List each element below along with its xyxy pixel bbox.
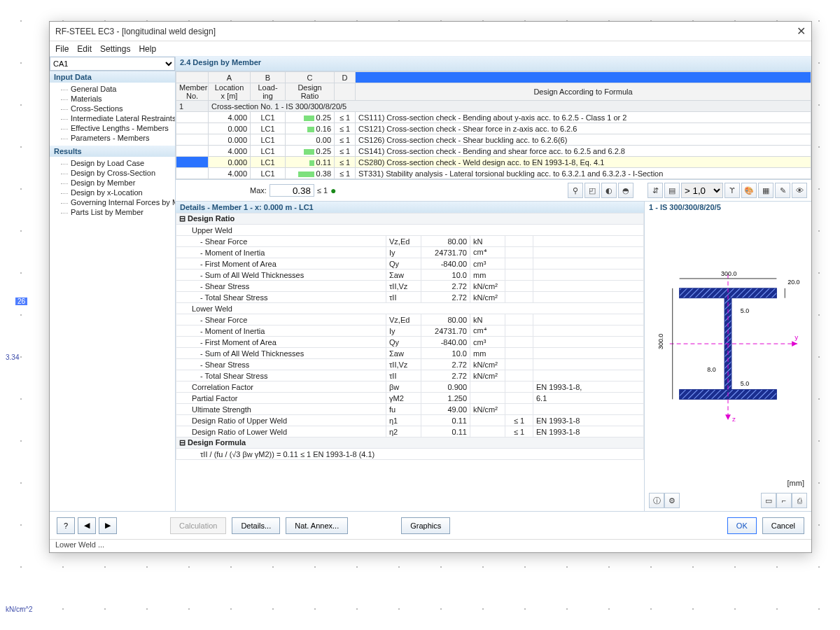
details-row: - Sum of All Weld ThicknessesΣaw10.0mm	[176, 348, 644, 359]
table-row[interactable]: 0.000LC1 0.16≤ 1CS121) Cross-section che…	[176, 123, 811, 134]
tool-bars[interactable]: ▤	[664, 183, 680, 198]
details-row: - Total Shear StressτII2.72kN/cm²	[176, 292, 644, 303]
tool-filter-4[interactable]: ◓	[618, 183, 634, 198]
window-title: RF-STEEL EC3 - [longitudinal weld design…	[55, 27, 216, 36]
ok-button[interactable]: OK	[727, 517, 757, 534]
tool-sort[interactable]: ⇵	[648, 183, 663, 198]
table-row[interactable]: 4.000LC1 0.25≤ 1CS111) Cross-section che…	[176, 112, 811, 123]
tree-item[interactable]: Design by Load Case	[61, 158, 175, 168]
section-member-no: 1	[176, 101, 209, 112]
svg-text:y: y	[794, 333, 798, 341]
tree-item[interactable]: Materials	[61, 94, 175, 104]
cross-section-svg: y z 300.0 20.0 300.0 5.0 8.0 5.0	[652, 214, 804, 487]
details-row: Ultimate Strengthfu49.00kN/cm²	[176, 404, 644, 415]
tree-item[interactable]: Cross-Sections	[61, 104, 175, 113]
tool-pick[interactable]: ✎	[775, 183, 790, 198]
tree-item[interactable]: Design by Member	[61, 178, 175, 188]
col-A: A	[209, 72, 251, 83]
menu-help[interactable]: Help	[139, 44, 156, 54]
details-button[interactable]: Details...	[232, 517, 280, 534]
xs-props-icon[interactable]: ⚙	[664, 493, 680, 508]
tool-filter-3[interactable]: ◐	[601, 183, 617, 198]
tree-item[interactable]: Intermediate Lateral Restraints	[61, 113, 175, 123]
details-row: - First Moment of AreaQy-840.00cm³	[176, 258, 644, 270]
xs-info-icon[interactable]: ⓘ	[649, 493, 664, 508]
xs-view2-icon[interactable]: ⌐	[776, 493, 792, 508]
table-row[interactable]: 4.000LC1 0.38≤ 1ST331) Stability analysi…	[176, 168, 811, 179]
details-row: - Shear ForceVz,Ed80.00kN	[176, 314, 644, 326]
tree-item[interactable]: Effective Lengths - Members	[61, 123, 175, 133]
bg-num-2: 3.34	[6, 354, 19, 361]
details-row: - First Moment of AreaQy-840.00cm³	[176, 337, 644, 348]
tool-export-xls[interactable]: ▦	[758, 183, 774, 198]
tool-filter-1[interactable]: ⚲	[568, 183, 583, 198]
details-row: - Total Shear StressτII2.72kN/cm²	[176, 370, 644, 382]
cancel-button[interactable]: Cancel	[762, 517, 804, 534]
bg-unit-label: kN/cm^2	[6, 606, 33, 613]
table-row[interactable]: 0.000LC1 0.00≤ 1CS126) Cross-section che…	[176, 134, 811, 146]
scale-select[interactable]: > 1,0	[681, 183, 723, 198]
help-icon[interactable]: ?	[57, 517, 75, 534]
menu-settings[interactable]: Settings	[100, 44, 130, 54]
menu-edit[interactable]: Edit	[77, 44, 92, 54]
details-table[interactable]: ⊟ Design Ratio Upper Weld - Shear ForceV…	[176, 213, 644, 460]
design-table[interactable]: A B C D Member No. Location x [m] Load- …	[176, 71, 811, 179]
graphics-button[interactable]: Graphics	[401, 517, 450, 534]
prev-icon[interactable]: ◀	[78, 517, 96, 534]
tool-palette[interactable]: 🎨	[741, 183, 757, 198]
details-row: - Moment of InertiaIy24731.70cm⁴	[176, 247, 644, 258]
details-title: Details - Member 1 - x: 0.000 m - LC1	[176, 202, 644, 213]
nat-annex-button[interactable]: Nat. Annex...	[286, 517, 348, 534]
menu-bar: File Edit Settings Help	[50, 41, 811, 57]
max-value-input[interactable]	[270, 184, 314, 197]
tree-results-title: Results	[50, 146, 175, 157]
hdr-loading: Load- ing	[251, 83, 286, 101]
svg-text:5.0: 5.0	[741, 380, 749, 387]
hdr-formula: Design According to Formula	[356, 83, 811, 101]
svg-text:300.0: 300.0	[721, 270, 736, 277]
navigator-tree[interactable]: Input Data General DataMaterialsCross-Se…	[50, 71, 176, 511]
tool-y[interactable]: ϒ	[724, 183, 740, 198]
tree-item[interactable]: General Data	[61, 84, 175, 94]
tree-item[interactable]: Design by Cross-Section	[61, 168, 175, 178]
svg-marker-8	[725, 414, 731, 420]
details-row: Design Ratio of Lower Weldη20.11≤ 1EN 19…	[176, 426, 644, 438]
hdr-location: Location x [m]	[209, 83, 251, 101]
tree-item[interactable]: Parameters - Members	[61, 133, 175, 143]
close-icon[interactable]: ✕	[797, 24, 806, 38]
table-row[interactable]: 0.000LC1 0.11≤ 1CS280) Cross-section che…	[176, 157, 811, 168]
lower-weld-label: Lower Weld	[176, 303, 644, 314]
svg-text:z: z	[732, 415, 736, 423]
xs-print-icon[interactable]: ⎙	[792, 493, 807, 508]
svg-marker-7	[792, 341, 797, 346]
hdr-member-no: Member No.	[176, 83, 209, 101]
formula-line: τII / (fu / (√3 βw γM2)) = 0.11 ≤ 1 EN 1…	[176, 449, 644, 460]
tree-item[interactable]: Governing Internal Forces by M	[61, 197, 175, 207]
tool-eye-icon[interactable]: 👁	[792, 183, 807, 198]
next-icon[interactable]: ▶	[99, 517, 117, 534]
tool-filter-2[interactable]: ◰	[584, 183, 600, 198]
details-row: - Shear StressτII,Vz2.72kN/cm²	[176, 359, 644, 370]
group-design-ratio[interactable]: ⊟ Design Ratio	[176, 214, 644, 225]
hdr-le	[335, 83, 356, 101]
details-row: Design Ratio of Upper Weldη10.11≤ 1EN 19…	[176, 415, 644, 426]
svg-text:8.0: 8.0	[707, 366, 715, 373]
details-row: Partial FactorγM21.2506.1	[176, 393, 644, 404]
col-C: C	[286, 72, 335, 83]
section-heading: Cross-section No. 1 - IS 300/300/8/20/5	[209, 101, 811, 112]
tree-item[interactable]: Parts List by Member	[61, 207, 175, 217]
tree-item[interactable]: Design by x-Location	[61, 188, 175, 197]
details-row: Correlation Factorβw0.900EN 1993-1-8,	[176, 382, 644, 393]
button-bar: ? ◀ ▶ Calculation Details... Nat. Annex.…	[50, 511, 811, 539]
group-design-formula[interactable]: ⊟ Design Formula	[176, 438, 644, 449]
table-row[interactable]: 4.000LC1 0.25≤ 1CS141) Cross-section che…	[176, 146, 811, 157]
xs-view1-icon[interactable]: ▭	[761, 493, 776, 508]
col-D: D	[335, 72, 356, 83]
upper-weld-label: Upper Weld	[176, 225, 644, 236]
bg-num-1: 26	[15, 298, 27, 305]
case-selector[interactable]: CA1	[50, 57, 175, 71]
menu-file[interactable]: File	[55, 44, 69, 54]
app-window: RF-STEEL EC3 - [longitudinal weld design…	[49, 21, 812, 553]
details-row: - Moment of InertiaIy24731.70cm⁴	[176, 326, 644, 337]
col-B: B	[251, 72, 286, 83]
